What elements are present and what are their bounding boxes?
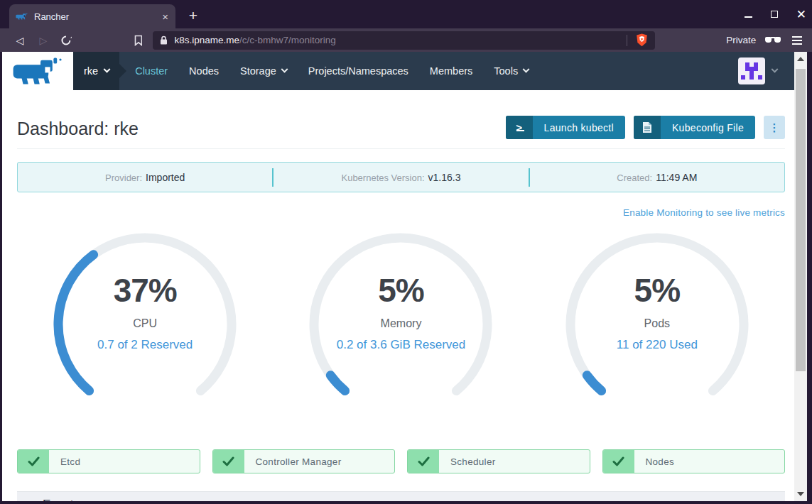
info-label: Created: — [617, 172, 652, 183]
browser-tab-rancher[interactable]: Rancher × — [9, 4, 175, 28]
info-cell: Provider:Imported — [18, 172, 272, 183]
rancher-nav: rke Cluster Nodes Storage Projects/Names… — [73, 52, 794, 90]
lock-icon[interactable] — [160, 35, 168, 45]
info-value: 11:49 AM — [656, 172, 697, 183]
file-icon — [634, 116, 661, 139]
gauge-label: CPU — [17, 317, 273, 330]
events-title: Events — [43, 498, 785, 501]
rancher-cow-icon — [12, 57, 63, 84]
chevron-down-icon — [104, 65, 111, 72]
gauge-percent: 5% — [273, 271, 529, 309]
launch-kubectl-label: Launch kubectl — [533, 116, 625, 139]
url-bar[interactable]: k8s.ipname.me/c/c-bmhw7/monitoring — [153, 31, 655, 50]
scroll-down-icon[interactable] — [797, 492, 804, 496]
user-menu[interactable] — [738, 57, 777, 84]
component-status-label: Scheduler — [450, 456, 496, 467]
kubeconfig-file-button[interactable]: Kubeconfig File — [634, 116, 755, 139]
avatar — [738, 57, 765, 84]
reload-icon[interactable] — [60, 35, 72, 46]
cluster-selector[interactable]: rke — [73, 52, 119, 90]
maximize-icon[interactable] — [771, 11, 778, 18]
scroll-up-icon[interactable] — [797, 57, 804, 61]
kubeconfig-label: Kubeconfig File — [661, 116, 755, 139]
minimize-icon[interactable] — [745, 16, 752, 18]
window-close-icon[interactable]: ✕ — [796, 9, 806, 21]
component-status-label: Controller Manager — [256, 456, 342, 467]
enable-monitoring-link[interactable]: Enable Monitoring to see live metrics — [623, 207, 785, 218]
nav-item[interactable]: Storage — [240, 65, 287, 77]
gauge-text: 5% Pods 11 of 220 Used — [529, 271, 785, 352]
info-value: v1.16.3 — [428, 172, 461, 183]
gauge-text: 37% CPU 0.7 of 2 Reserved — [17, 271, 273, 352]
component-status-row: Etcd Controller Manager Scheduler Nodes — [17, 449, 785, 473]
gauge-label: Memory — [273, 317, 529, 330]
nav-item[interactable]: Members — [430, 65, 472, 77]
nav-item-label: Projects/Namespaces — [308, 65, 408, 77]
component-status: Etcd — [17, 449, 200, 473]
info-label: Provider: — [105, 172, 142, 183]
component-status: Scheduler — [407, 449, 590, 473]
private-glasses-icon — [765, 37, 781, 44]
component-status: Nodes — [602, 449, 786, 473]
nav-item[interactable]: Projects/Namespaces — [308, 65, 408, 77]
header-actions: > Launch kubectl Kubeconfig File ⋮ — [506, 116, 785, 139]
nav-item[interactable]: Tools — [494, 65, 529, 77]
nav-items: Cluster Nodes Storage Projects/Namespace… — [135, 65, 529, 77]
launch-kubectl-button[interactable]: > Launch kubectl — [506, 116, 625, 139]
forward-icon[interactable]: ▷ — [37, 35, 50, 46]
nav-item[interactable]: Cluster — [135, 65, 168, 77]
nav-item[interactable]: Nodes — [189, 65, 219, 77]
gauge: 5% Pods 11 of 220 Used — [529, 232, 785, 410]
gauge-percent: 37% — [17, 271, 273, 309]
url-path: /c/c-bmhw7/monitoring — [239, 35, 336, 45]
divider — [17, 148, 785, 149]
scrollbar-thumb[interactable] — [796, 69, 806, 371]
more-actions-button[interactable]: ⋮ — [764, 116, 785, 139]
info-cell: Created:11:49 AM — [530, 172, 784, 183]
nav-item-label: Cluster — [135, 65, 168, 77]
bookmark-icon[interactable] — [134, 35, 143, 46]
gauge-label: Pods — [529, 317, 785, 330]
rancher-header: rke Cluster Nodes Storage Projects/Names… — [2, 52, 794, 90]
component-status-label: Etcd — [60, 456, 80, 467]
nav-item-label: Storage — [240, 65, 276, 77]
chevron-down-icon — [281, 65, 288, 72]
component-status: Controller Manager — [212, 449, 396, 473]
new-tab-button[interactable]: + — [183, 6, 203, 26]
info-value: Imported — [146, 172, 185, 183]
healthy-check-icon — [603, 450, 634, 473]
nav-item-label: Tools — [494, 65, 518, 77]
gauge: 37% CPU 0.7 of 2 Reserved — [17, 232, 273, 410]
nav-item-label: Members — [430, 65, 472, 77]
gauge-text: 5% Memory 0.2 of 3.6 GiB Reserved — [273, 271, 529, 352]
back-icon[interactable]: ◁ — [13, 35, 26, 46]
brave-shield-icon[interactable] — [636, 33, 648, 47]
dashboard-page: Dashboard: rke > Launch kubectl Kubeconf… — [2, 90, 794, 501]
page-scrollbar[interactable] — [794, 52, 807, 501]
chevron-down-icon — [523, 65, 530, 72]
avatar-identicon-icon — [741, 62, 762, 80]
info-label: Kubernetes Version: — [341, 172, 424, 183]
resource-gauges: 37% CPU 0.7 of 2 Reserved 5% Memory 0.2 … — [17, 232, 785, 410]
tab-title: Rancher — [34, 11, 162, 22]
cluster-selector-label: rke — [84, 65, 98, 77]
gauge-percent: 5% — [529, 271, 785, 309]
cluster-info-bar: Provider:Imported Kubernetes Version:v1.… — [17, 162, 785, 192]
browser-toolbar: ◁ ▷ k8s.ipname.me/c/c-bmhw7/monitoring P… — [0, 28, 812, 52]
browser-menu-icon[interactable] — [792, 34, 802, 47]
gauge-detail: 0.2 of 3.6 GiB Reserved — [273, 338, 529, 352]
browser-window: Rancher × + ✕ ◁ ▷ k8s.ipname.me/c/c-bmhw… — [0, 0, 812, 504]
rancher-favicon-icon — [16, 12, 28, 21]
terminal-icon: > — [506, 116, 533, 139]
window-controls: ✕ — [745, 0, 806, 28]
tab-close-icon[interactable]: × — [162, 11, 168, 22]
rancher-logo[interactable] — [2, 52, 73, 90]
url-separator — [627, 35, 627, 46]
events-section-header: Events — [17, 491, 785, 501]
healthy-check-icon — [18, 450, 49, 473]
url-domain: k8s.ipname.me — [174, 35, 239, 45]
url-text[interactable]: k8s.ipname.me/c/c-bmhw7/monitoring — [174, 35, 618, 45]
gauge-detail: 0.7 of 2 Reserved — [17, 338, 273, 352]
component-status-label: Nodes — [646, 456, 675, 467]
healthy-check-icon — [408, 450, 439, 473]
